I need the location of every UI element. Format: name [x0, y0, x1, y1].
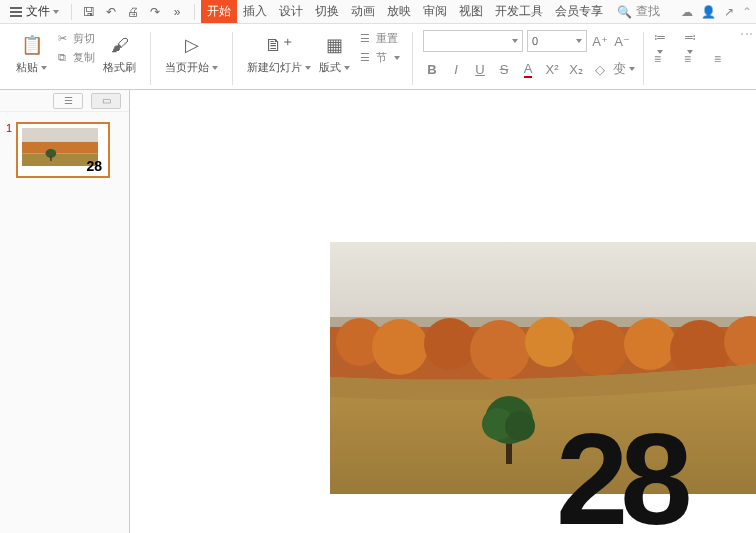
chevron-icon[interactable]: ⌃: [742, 5, 752, 19]
thumbnail-item[interactable]: 1 28: [6, 122, 123, 178]
outline-view-toggle[interactable]: ☰: [53, 93, 83, 109]
superscript-button[interactable]: X²: [543, 60, 561, 78]
layout-button[interactable]: ▦ 版式: [315, 30, 354, 77]
svg-rect-1: [22, 142, 98, 153]
cloud-icon[interactable]: ☁: [681, 5, 693, 19]
strike-button[interactable]: S: [495, 60, 513, 78]
search-icon: 🔍: [617, 5, 632, 19]
panel-view-toggles: ☰ ▭: [0, 90, 129, 112]
clear-format-button[interactable]: ◇: [591, 60, 609, 78]
tab-devtools[interactable]: 开发工具: [489, 0, 549, 23]
svg-point-20: [505, 411, 535, 441]
search-box[interactable]: 🔍 查找: [617, 3, 660, 20]
italic-button[interactable]: I: [447, 60, 465, 78]
menubar-right: ☁ 👤 ↗ ⌃: [681, 5, 752, 19]
print-icon[interactable]: 🖨: [122, 5, 144, 19]
paste-button[interactable]: 📋 粘贴: [12, 30, 51, 77]
chevron-down-icon: [344, 66, 350, 70]
scissors-icon: ✂: [55, 32, 69, 45]
cut-button[interactable]: ✂剪切: [53, 30, 97, 47]
font-size-combo[interactable]: 0: [527, 30, 587, 52]
format-painter-label: 格式刷: [103, 60, 136, 75]
section-label: 节: [376, 50, 387, 65]
font-color-button[interactable]: A: [519, 60, 537, 78]
align-right-button[interactable]: ≡: [714, 52, 734, 68]
reset-button[interactable]: ☰重置: [356, 30, 402, 47]
format-painter-button[interactable]: 🖌 格式刷: [99, 30, 140, 77]
copy-icon: ⧉: [55, 51, 69, 64]
slide-canvas[interactable]: 28: [130, 90, 756, 533]
new-slide-icon: 🗎⁺: [265, 32, 293, 58]
newslide-group: 🗎⁺ 新建幻灯片 ▦ 版式 ☰重置 ☰节: [237, 28, 408, 89]
svg-point-10: [424, 318, 476, 370]
user-icon[interactable]: 👤: [701, 5, 716, 19]
slide-big-number[interactable]: 28: [556, 414, 685, 533]
align-center-button[interactable]: ≡: [684, 52, 704, 68]
file-menu-label: 文件: [26, 3, 50, 20]
paste-label: 粘贴: [16, 60, 38, 75]
cut-label: 剪切: [73, 31, 95, 46]
section-button[interactable]: ☰节: [356, 49, 402, 66]
change-case-button[interactable]: 变: [615, 60, 633, 78]
tab-view[interactable]: 视图: [453, 0, 489, 23]
bullets-button[interactable]: ≔: [654, 30, 674, 46]
play-icon: ▷: [185, 32, 199, 58]
font-size-value: 0: [532, 35, 538, 47]
svg-point-13: [572, 320, 628, 376]
chevron-down-icon: [53, 10, 59, 14]
copy-button[interactable]: ⧉复制: [53, 49, 97, 66]
separator: [643, 32, 644, 85]
hamburger-icon: [10, 7, 22, 17]
ribbon-more-icon[interactable]: ⋮: [740, 28, 754, 40]
increase-font-button[interactable]: A⁺: [591, 32, 609, 50]
more-quick-icon[interactable]: »: [166, 5, 188, 19]
subscript-button[interactable]: X₂: [567, 60, 585, 78]
chevron-down-icon: [512, 39, 518, 43]
brush-icon: 🖌: [111, 32, 129, 58]
tab-design[interactable]: 设计: [273, 0, 309, 23]
slide-number: 1: [6, 122, 12, 134]
menubar: 文件 🖫 ↶ 🖨 ↷ » 开始 插入 设计 切换 动画 放映 审阅 视图 开发工…: [0, 0, 756, 24]
svg-rect-4: [50, 156, 52, 161]
workspace: ☰ ▭ 1 28: [0, 90, 756, 533]
tab-start[interactable]: 开始: [201, 0, 237, 23]
slide-thumbnail[interactable]: 28: [16, 122, 110, 178]
tab-review[interactable]: 审阅: [417, 0, 453, 23]
separator: [232, 32, 233, 85]
separator: [194, 4, 195, 20]
tab-slideshow[interactable]: 放映: [381, 0, 417, 23]
redo-icon[interactable]: ↷: [144, 5, 166, 19]
svg-point-12: [525, 317, 575, 367]
underline-button[interactable]: U: [471, 60, 489, 78]
new-slide-button[interactable]: 🗎⁺ 新建幻灯片: [243, 30, 315, 77]
tab-member[interactable]: 会员专享: [549, 0, 609, 23]
tab-insert[interactable]: 插入: [237, 0, 273, 23]
thumbnail-list: 1 28: [0, 112, 129, 533]
search-placeholder: 查找: [636, 3, 660, 20]
layout-label: 版式: [319, 60, 341, 75]
numbering-button[interactable]: ≕: [684, 30, 704, 46]
tab-animation[interactable]: 动画: [345, 0, 381, 23]
decrease-font-button[interactable]: A⁻: [613, 32, 631, 50]
separator: [412, 32, 413, 85]
paragraph-group: ≔ ≕ ≡ ≡ ≡: [648, 28, 740, 89]
tab-transition[interactable]: 切换: [309, 0, 345, 23]
file-menu-button[interactable]: 文件: [4, 3, 65, 20]
section-icon: ☰: [358, 51, 372, 64]
align-left-button[interactable]: ≡: [654, 52, 674, 68]
new-slide-label: 新建幻灯片: [247, 60, 302, 75]
font-name-combo[interactable]: [423, 30, 523, 52]
from-current-button[interactable]: ▷ 当页开始: [161, 30, 222, 77]
save-icon[interactable]: 🖫: [78, 5, 100, 19]
clipboard-group: 📋 粘贴 ✂剪切 ⧉复制 🖌 格式刷: [6, 28, 146, 89]
slide-panel: ☰ ▭ 1 28: [0, 90, 130, 533]
svg-rect-0: [22, 128, 98, 142]
thumbnail-view-toggle[interactable]: ▭: [91, 93, 121, 109]
slide-image[interactable]: [330, 242, 756, 494]
bold-button[interactable]: B: [423, 60, 441, 78]
separator: [71, 4, 72, 20]
chevron-down-icon: [305, 66, 311, 70]
undo-icon[interactable]: ↶: [100, 5, 122, 19]
share-icon[interactable]: ↗: [724, 5, 734, 19]
reset-label: 重置: [376, 31, 398, 46]
